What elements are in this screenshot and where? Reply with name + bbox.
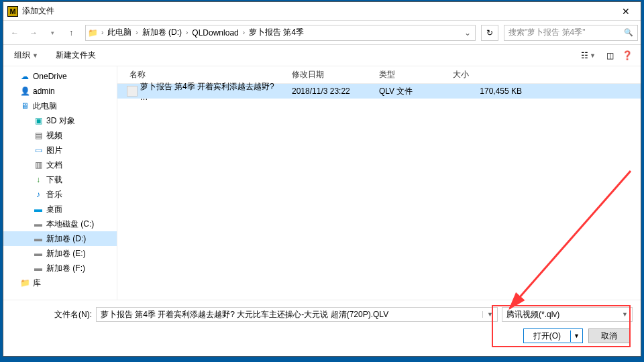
filename-value: 萝卜报告 第4季 开着宾利添越去越野? 大元比车主还操心-大元说 超清(720P…: [101, 309, 388, 320]
bottom-panel: 文件名(N): 萝卜报告 第4季 开着宾利添越去越野? 大元比车主还操心-大元说…: [3, 300, 641, 351]
ico-lib-icon: 📁: [19, 278, 30, 288]
list-icon: ☷: [581, 51, 588, 60]
app-icon: M: [7, 6, 18, 17]
open-button[interactable]: 打开(O) ▼: [523, 328, 583, 343]
tree-item[interactable]: 👤admin: [3, 84, 117, 99]
preview-icon: ◫: [606, 51, 614, 60]
tree-label: 视频: [46, 130, 62, 141]
search-input[interactable]: 搜索"萝卜报告 第4季" 🔍: [504, 25, 638, 41]
col-date[interactable]: 修改日期: [286, 69, 374, 80]
ico-disk-icon: ▬: [33, 248, 44, 259]
tree-item[interactable]: 🖥此电脑: [3, 99, 117, 113]
tree-label: 新加卷 (F:): [46, 263, 85, 274]
tree-label: 此电脑: [33, 101, 57, 112]
tree-item[interactable]: ▤视频: [3, 128, 117, 143]
refresh-button[interactable]: ↻: [481, 25, 498, 41]
chevron-down-icon: ▼: [590, 52, 596, 59]
dialog-body: ☁OneDrive👤admin🖥此电脑▣3D 对象▤视频▭图片▥文档↓下载♪音乐…: [3, 66, 641, 300]
tree-label: 新加卷 (D:): [46, 233, 86, 245]
new-folder-label: 新建文件夹: [56, 50, 96, 61]
open-label: 打开(O): [524, 330, 571, 342]
chevron-icon: ›: [99, 29, 105, 36]
breadcrumb-item[interactable]: QLDownload: [190, 25, 240, 40]
window-title: 添加文件: [22, 5, 611, 17]
tree-item[interactable]: ☁OneDrive: [3, 69, 117, 84]
tree-item[interactable]: ▬新加卷 (F:): [3, 261, 117, 276]
ico-disk-icon: ▬: [33, 263, 44, 274]
organize-menu[interactable]: 组织 ▼: [11, 48, 41, 63]
tree-label: 图片: [46, 145, 62, 156]
tree-item[interactable]: ▬本地磁盘 (C:): [3, 217, 117, 231]
up-button[interactable]: ↑: [62, 24, 80, 42]
view-mode-button[interactable]: ☷ ▼: [578, 50, 598, 62]
sidebar: ☁OneDrive👤admin🖥此电脑▣3D 对象▤视频▭图片▥文档↓下载♪音乐…: [3, 66, 117, 300]
file-row[interactable]: 萝卜报告 第4季 开着宾利添越去越野? …2018/11/3 23:22QLV …: [117, 84, 641, 99]
ico-doc-icon: ▥: [33, 160, 44, 170]
tree-item[interactable]: ▭图片: [3, 143, 117, 158]
file-type: QLV 文件: [374, 86, 447, 97]
ico-pic-icon: ▭: [33, 145, 44, 156]
folder-icon: 📁: [86, 28, 99, 38]
chevron-down-icon[interactable]: ▼: [571, 333, 582, 339]
col-size[interactable]: 大小: [447, 69, 528, 80]
ico-onedrive-icon: ☁: [19, 71, 30, 82]
chevron-down-icon: ▼: [32, 52, 38, 59]
breadcrumb-item[interactable]: 新加卷 (D:): [140, 25, 184, 40]
breadcrumb-item[interactable]: 此电脑: [105, 25, 133, 40]
toolbar: 组织 ▼ 新建文件夹 ☷ ▼ ◫ ❓: [3, 45, 641, 66]
col-type[interactable]: 类型: [374, 69, 447, 80]
tree-label: 本地磁盘 (C:): [46, 219, 94, 230]
ico-3d-icon: ▣: [33, 115, 44, 126]
tree-item[interactable]: ♪音乐: [3, 187, 117, 202]
col-name[interactable]: 名称: [117, 69, 286, 80]
forward-button[interactable]: →: [25, 24, 42, 42]
ico-desktop-icon: ▬: [33, 204, 44, 215]
breadcrumb-dropdown[interactable]: ⌄: [460, 28, 475, 38]
tree-item[interactable]: ▥文档: [3, 158, 117, 172]
chevron-down-icon[interactable]: ▼: [482, 311, 493, 318]
cancel-button[interactable]: 取消: [588, 328, 630, 343]
breadcrumb-item[interactable]: 萝卜报告 第4季: [247, 25, 306, 40]
navbar: ← → ▾ ↑ 📁 › 此电脑 › 新加卷 (D:) › QLDownload …: [3, 21, 641, 45]
tree-item[interactable]: ↓下载: [3, 172, 117, 187]
tree-label: 文档: [46, 160, 62, 171]
file-name: 萝卜报告 第4季 开着宾利添越去越野? …: [140, 81, 280, 102]
tree-label: 3D 对象: [46, 115, 75, 127]
breadcrumb[interactable]: 📁 › 此电脑 › 新加卷 (D:) › QLDownload › 萝卜报告 第…: [85, 25, 476, 41]
tree-item[interactable]: ▬新加卷 (E:): [3, 246, 117, 261]
file-date: 2018/11/3 23:22: [286, 86, 374, 96]
organize-label: 组织: [14, 50, 30, 61]
tree-item[interactable]: ▬新加卷 (D:): [3, 231, 117, 246]
file-size: 170,455 KB: [447, 86, 528, 96]
tree-label: OneDrive: [33, 72, 67, 81]
tree-label: 桌面: [46, 204, 62, 215]
filename-input[interactable]: 萝卜报告 第4季 开着宾利添越去越野? 大元比车主还操心-大元说 超清(720P…: [96, 307, 498, 322]
tree-label: 下载: [46, 174, 62, 186]
ico-video-icon: ▤: [33, 130, 44, 141]
tree-item[interactable]: ▣3D 对象: [3, 113, 117, 128]
search-icon: 🔍: [624, 28, 633, 37]
tree-item[interactable]: ▬桌面: [3, 202, 117, 217]
file-icon: [127, 86, 138, 97]
ico-music-icon: ♪: [33, 189, 44, 200]
filter-value: 腾讯视频(*.qlv): [506, 309, 559, 320]
file-list: 名称 修改日期 类型 大小 萝卜报告 第4季 开着宾利添越去越野? …2018/…: [117, 66, 641, 300]
file-type-filter[interactable]: 腾讯视频(*.qlv) ▼: [502, 307, 633, 322]
file-open-dialog: M 添加文件 ✕ ← → ▾ ↑ 📁 › 此电脑 › 新加卷 (D:) › QL…: [3, 1, 641, 357]
new-folder-button[interactable]: 新建文件夹: [53, 48, 99, 63]
tree-item[interactable]: 📁库: [3, 276, 117, 290]
back-button[interactable]: ←: [6, 24, 23, 42]
help-button[interactable]: ❓: [622, 50, 633, 60]
ico-download-icon: ↓: [33, 174, 44, 185]
recent-dropdown[interactable]: ▾: [44, 24, 61, 42]
chevron-icon: ›: [133, 29, 140, 36]
ico-pc-icon: 🖥: [19, 101, 30, 111]
chevron-icon: ›: [184, 29, 190, 36]
preview-pane-button[interactable]: ◫: [604, 50, 616, 62]
titlebar: M 添加文件 ✕: [3, 2, 641, 21]
ico-disk-icon: ▬: [33, 219, 44, 229]
tree-label: 新加卷 (E:): [46, 248, 86, 259]
cancel-label: 取消: [601, 330, 617, 342]
close-button[interactable]: ✕: [611, 2, 641, 21]
chevron-down-icon[interactable]: ▼: [622, 311, 628, 318]
